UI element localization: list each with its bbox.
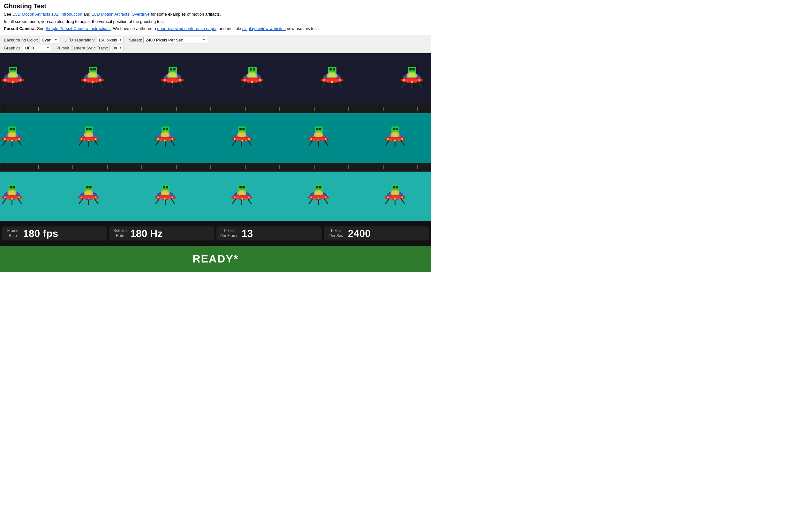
svg-point-47 <box>179 79 181 81</box>
svg-point-226 <box>387 138 389 140</box>
svg-rect-134 <box>13 128 15 130</box>
svg-point-10 <box>7 80 9 82</box>
svg-line-148 <box>18 140 21 146</box>
svg-line-50 <box>179 82 183 88</box>
svg-point-6 <box>9 73 17 78</box>
svg-line-16 <box>19 82 23 88</box>
stat-refresh-rate: RefreshRate 180 Hz <box>109 226 215 241</box>
ufo-sep-select[interactable]: 80 pixels 160 pixels 240 pixels <box>96 37 124 43</box>
pursuit-sync-select[interactable]: On Off <box>109 45 124 51</box>
svg-rect-69 <box>329 68 332 71</box>
svg-point-179 <box>171 138 173 140</box>
ufo-icon <box>226 126 257 150</box>
svg-line-163 <box>79 140 83 146</box>
refresh-rate-label: RefreshRate <box>113 228 127 238</box>
svg-point-206 <box>315 133 322 137</box>
svg-line-33 <box>99 82 103 88</box>
svg-point-276 <box>15 198 17 200</box>
graphics-control: Graphics: UFO Spaceship Pointer <box>4 45 51 51</box>
page-title: Ghosting Test <box>4 3 427 10</box>
graphics-select-wrapper[interactable]: UFO Spaceship Pointer <box>23 45 51 51</box>
link-display-review[interactable]: display review websites <box>242 26 286 31</box>
svg-line-348 <box>324 199 328 204</box>
svg-rect-87 <box>413 68 415 71</box>
graphics-select[interactable]: UFO Spaceship Pointer <box>23 45 51 51</box>
frame-rate-value: 180 fps <box>23 228 58 239</box>
svg-rect-86 <box>409 68 412 71</box>
svg-rect-283 <box>89 186 92 189</box>
ufo-icon <box>303 184 333 208</box>
svg-line-48 <box>162 82 166 88</box>
ufo-icon <box>226 184 257 208</box>
svg-line-314 <box>171 199 175 204</box>
ufo-row-cyan-light <box>0 184 431 208</box>
ufo-sep-label: UFO separation: <box>65 38 95 42</box>
controls-row-1: Background Color: Cyan Black White Gray … <box>4 37 427 43</box>
svg-line-365 <box>401 199 404 204</box>
svg-point-77 <box>323 79 325 81</box>
svg-point-287 <box>85 191 92 195</box>
svg-line-31 <box>83 82 86 88</box>
svg-point-311 <box>171 196 173 198</box>
svg-line-231 <box>386 140 389 146</box>
svg-point-293 <box>92 198 94 200</box>
svg-point-230 <box>401 138 403 140</box>
svg-point-307 <box>157 196 159 198</box>
svg-point-327 <box>245 198 247 200</box>
svg-point-46 <box>176 80 178 82</box>
svg-point-359 <box>390 198 392 200</box>
svg-line-280 <box>18 199 21 204</box>
stats-bar: FrameRate 180 fps RefreshRate 180 Hz Pix… <box>0 221 431 246</box>
svg-rect-70 <box>333 68 335 71</box>
svg-rect-185 <box>242 128 245 130</box>
sync-track-1 <box>0 104 431 113</box>
ufo-sep-select-wrapper[interactable]: 80 pixels 160 pixels 240 pixels <box>96 37 124 43</box>
speed-select[interactable]: 960 Pixels Per Sec 1440 Pixels Per Sec 2… <box>143 37 207 43</box>
svg-rect-333 <box>316 186 319 189</box>
bg-color-select-wrapper[interactable]: Cyan Black White Gray <box>40 37 59 43</box>
svg-line-82 <box>322 82 326 88</box>
svg-point-80 <box>335 80 338 82</box>
ufo-icon <box>316 66 348 92</box>
svg-point-74 <box>328 73 336 78</box>
svg-point-145 <box>18 138 20 140</box>
svg-rect-282 <box>86 186 89 189</box>
svg-line-216 <box>324 140 328 146</box>
svg-line-99 <box>402 82 405 88</box>
ufo-icon <box>73 126 104 150</box>
svg-line-278 <box>3 199 6 204</box>
svg-rect-219 <box>396 128 398 130</box>
stat-pixels-per-sec: PixelsPer Sec 2400 <box>324 226 429 241</box>
svg-point-159 <box>84 139 86 141</box>
svg-rect-18 <box>90 68 93 71</box>
speed-select-wrapper[interactable]: 960 Pixels Per Sec 1440 Pixels Per Sec 2… <box>143 37 207 43</box>
link-motion-intro[interactable]: LCD Motion Artifacts 101: Introduction <box>13 12 83 17</box>
test-band-dark <box>0 53 431 104</box>
svg-rect-299 <box>163 186 165 189</box>
svg-point-95 <box>406 80 408 82</box>
svg-point-30 <box>99 79 101 81</box>
svg-line-346 <box>309 199 312 204</box>
svg-line-182 <box>171 140 175 146</box>
ufo-icon <box>150 184 180 208</box>
link-motion-overdrive[interactable]: LCD Motion Artifacts: Overdrive <box>92 12 150 17</box>
pixels-per-frame-value: 13 <box>242 228 253 239</box>
svg-rect-218 <box>393 128 395 130</box>
link-conference-paper[interactable]: peer reviewed conference paper <box>157 26 216 31</box>
svg-point-23 <box>89 73 96 78</box>
link-pursuit-instructions[interactable]: Simple Pursuit Camera Instructions <box>46 26 111 31</box>
svg-point-274 <box>7 198 9 200</box>
ufo-icon <box>380 184 410 208</box>
bg-color-select[interactable]: Cyan Black White Gray <box>40 37 59 43</box>
svg-rect-151 <box>89 128 92 130</box>
svg-point-78 <box>327 80 328 82</box>
pursuit-sync-select-wrapper[interactable]: On Off <box>109 45 124 51</box>
stat-frame-rate: FrameRate 180 fps <box>2 226 107 241</box>
svg-point-43 <box>164 79 166 81</box>
svg-point-63 <box>256 80 258 82</box>
ready-banner: READY* 知乎 @毅种循环 <box>0 246 431 272</box>
svg-rect-168 <box>166 128 168 130</box>
ufo-icon <box>157 66 188 92</box>
frame-rate-label: FrameRate <box>6 228 20 238</box>
desc-line2: In full screen mode, you can also drag t… <box>4 19 427 25</box>
